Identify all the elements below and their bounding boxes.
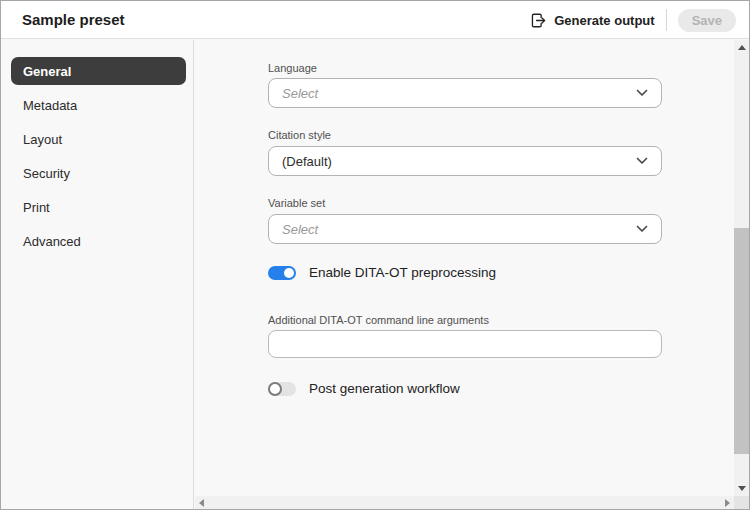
- dita-arguments-input[interactable]: [268, 330, 662, 358]
- citation-style-label: Citation style: [268, 129, 331, 141]
- output-preset-window: Sample preset Generate output Save Gener…: [0, 0, 750, 510]
- page-title: Sample preset: [22, 11, 125, 28]
- dita-preprocessing-row: Enable DITA-OT preprocessing: [268, 265, 496, 280]
- sidebar-item-print[interactable]: Print: [11, 193, 186, 221]
- language-select-placeholder: Select: [269, 86, 636, 101]
- sidebar-item-advanced[interactable]: Advanced: [11, 227, 186, 255]
- sidebar-item-metadata[interactable]: Metadata: [11, 91, 186, 119]
- settings-sidebar: General Metadata Layout Security Print A…: [1, 40, 194, 509]
- sidebar-item-general[interactable]: General: [11, 57, 186, 85]
- post-generation-label: Post generation workflow: [309, 381, 460, 396]
- save-button[interactable]: Save: [678, 9, 736, 32]
- dita-preprocessing-toggle[interactable]: [268, 266, 296, 280]
- scroll-right-arrow[interactable]: [721, 496, 734, 509]
- header-actions: Generate output Save: [530, 1, 736, 39]
- export-output-icon: [530, 12, 547, 29]
- dita-arguments-label: Additional DITA-OT command line argument…: [268, 314, 489, 326]
- chevron-down-icon: [636, 225, 648, 233]
- toggle-knob: [284, 268, 294, 278]
- chevron-down-icon: [636, 89, 648, 97]
- post-generation-toggle[interactable]: [268, 382, 296, 396]
- header-divider: [666, 9, 667, 31]
- scroll-left-arrow[interactable]: [195, 496, 208, 509]
- citation-style-select[interactable]: (Default): [268, 146, 662, 176]
- generate-output-label: Generate output: [554, 13, 654, 28]
- sidebar-item-security[interactable]: Security: [11, 159, 186, 187]
- dita-preprocessing-label: Enable DITA-OT preprocessing: [309, 265, 496, 280]
- language-label: Language: [268, 62, 317, 74]
- sidebar-item-layout[interactable]: Layout: [11, 125, 186, 153]
- chevron-down-icon: [636, 157, 648, 165]
- header: Sample preset Generate output Save: [1, 1, 749, 39]
- horizontal-scrollbar[interactable]: [195, 496, 734, 509]
- toggle-knob: [268, 382, 282, 396]
- citation-style-value: (Default): [269, 154, 636, 169]
- variable-set-select[interactable]: Select: [268, 214, 662, 244]
- variable-set-label: Variable set: [268, 197, 325, 209]
- vertical-scrollbar[interactable]: [734, 40, 749, 496]
- language-select[interactable]: Select: [268, 78, 662, 108]
- variable-set-placeholder: Select: [269, 222, 636, 237]
- general-settings-panel: Language Select Citation style (Default)…: [195, 40, 734, 496]
- scrollbar-corner: [734, 496, 749, 509]
- vertical-scrollbar-thumb[interactable]: [734, 228, 749, 454]
- scroll-up-arrow[interactable]: [734, 40, 749, 55]
- post-generation-row: Post generation workflow: [268, 381, 460, 396]
- generate-output-button[interactable]: Generate output: [530, 12, 654, 29]
- scroll-down-arrow[interactable]: [734, 481, 749, 496]
